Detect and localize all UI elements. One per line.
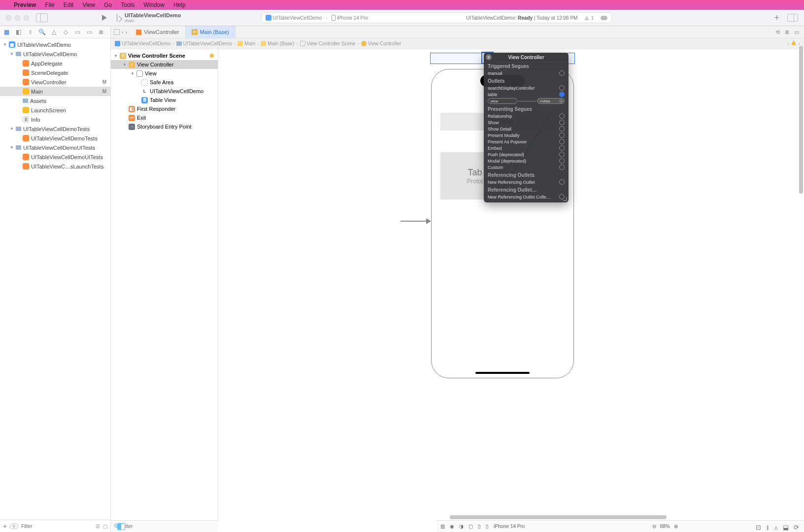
resize-grip-icon[interactable]	[563, 197, 567, 201]
outlet-port-icon[interactable]	[559, 120, 565, 125]
activity-scheme[interactable]: UITableViewCellDemo	[266, 15, 322, 21]
editor-options-icon[interactable]: ▭	[794, 29, 799, 35]
close-hud-button[interactable]: ×	[486, 54, 492, 60]
outline-viewcontroller[interactable]: ▼○ View Controller	[111, 60, 218, 69]
find-navigator-icon[interactable]: 🔍	[38, 29, 45, 35]
tree-file-tests[interactable]: UITableViewCellDemoTests	[0, 133, 110, 143]
tree-file-launchscreen[interactable]: LaunchScreen	[0, 105, 110, 115]
outline-scene[interactable]: ▼☰ View Controller Scene	[111, 51, 218, 60]
outlet-port-icon[interactable]	[559, 152, 565, 157]
outline-filter-input[interactable]	[122, 524, 215, 529]
menu-window[interactable]: Window	[143, 1, 165, 8]
related-items-icon[interactable]	[114, 29, 120, 35]
crumb[interactable]: View Controller Scene	[307, 41, 356, 46]
accessibility-icon[interactable]: ◉	[450, 524, 454, 529]
navigator-filter-input[interactable]	[21, 524, 93, 529]
menu-view[interactable]: View	[82, 1, 95, 8]
window-traffic-lights[interactable]	[6, 15, 29, 21]
menu-tools[interactable]: Tools	[121, 1, 134, 8]
canvas-horizontal-scrollbar[interactable]	[450, 515, 794, 520]
scope-filter-icon[interactable]: ▢	[103, 524, 107, 529]
zoom-window-icon[interactable]	[24, 15, 29, 21]
add-target-icon[interactable]: +	[3, 522, 7, 530]
debug-area-finder[interactable]	[111, 520, 131, 532]
tree-file-uitests2[interactable]: UITableViewC…sLaunchTests	[0, 162, 110, 171]
nav-forward-icon[interactable]: ›	[126, 29, 128, 35]
menu-edit[interactable]: Edit	[64, 1, 74, 8]
warning-icon[interactable]	[791, 40, 796, 45]
outline-safearea[interactable]: Safe Area	[111, 78, 218, 87]
tree-file-assets[interactable]: Assets	[0, 96, 110, 105]
outlet-port-icon[interactable]	[559, 70, 565, 76]
toggle-outline-icon[interactable]: ▥	[440, 524, 445, 529]
hud-row-presentmodally[interactable]: Present Modally	[484, 132, 569, 138]
nav-back-icon[interactable]: ‹	[122, 29, 124, 35]
outlet-port-icon[interactable]	[559, 158, 565, 164]
orientation-icon[interactable]: ▢	[469, 524, 473, 529]
editor-layout-icon[interactable]: ≣	[785, 29, 789, 35]
hud-row-show[interactable]: Show	[484, 119, 569, 126]
report-navigator-icon[interactable]: ≣	[98, 29, 104, 35]
tree-file-scenedelegate[interactable]: SceneDelegate	[0, 68, 110, 77]
tree-file-uitests1[interactable]: UITableViewCellDemoUITests	[0, 152, 110, 162]
outlet-port-icon[interactable]	[559, 139, 565, 144]
outlet-port-connected-icon[interactable]	[559, 92, 565, 97]
hud-row-manual[interactable]: manual	[484, 70, 569, 76]
zoom-value[interactable]: 88%	[660, 524, 670, 529]
hud-row-push[interactable]: Push (deprecated)	[484, 151, 569, 158]
menu-go[interactable]: Go	[104, 1, 112, 8]
crumb[interactable]: UITableViewCellDemo	[122, 41, 170, 46]
minimize-window-icon[interactable]	[15, 15, 20, 21]
crumb[interactable]: Main	[244, 41, 255, 46]
toggle-inspector-icon[interactable]	[787, 14, 798, 22]
activity-device[interactable]: iPhone 14 Pro	[332, 15, 368, 21]
hud-row-popover[interactable]: Present As Popover	[484, 138, 569, 145]
menu-file[interactable]: File	[45, 1, 54, 8]
hud-row-custom[interactable]: Custom	[484, 164, 569, 170]
editor-tab-viewcontroller[interactable]: ViewController	[130, 26, 185, 38]
hud-row-view[interactable]: view × View○	[484, 98, 569, 104]
tree-project-root[interactable]: ▼▦ UITableViewCellDemo	[0, 40, 110, 49]
crumb[interactable]: Main (Base)	[268, 41, 294, 46]
project-navigator-icon[interactable]: ▦	[3, 29, 10, 35]
tree-file-main[interactable]: Main M	[0, 87, 110, 96]
outlet-port-icon[interactable]: ○	[559, 99, 564, 103]
close-window-icon[interactable]	[6, 15, 11, 21]
hud-row-embed[interactable]: Embed	[484, 145, 569, 151]
toggle-navigator-icon[interactable]	[36, 13, 48, 22]
editor-tab-main[interactable]: ✦ Main (Base)	[186, 26, 235, 38]
hud-row-showdetail[interactable]: Show Detail	[484, 126, 569, 132]
storyboard-entry-arrow-icon[interactable]	[401, 221, 430, 222]
outline-exit[interactable]: ↩ Exit	[111, 113, 218, 122]
zoom-out-icon[interactable]: ⊖	[652, 524, 656, 529]
outlet-port-icon[interactable]	[559, 133, 565, 138]
outlet-port-icon[interactable]	[559, 126, 565, 132]
scm-filter-icon[interactable]: ☰	[96, 524, 100, 529]
editor-refresh-icon[interactable]: ⟲	[775, 29, 780, 35]
jump-bar[interactable]: UITableViewCellDemo› UITableViewCellDemo…	[111, 38, 804, 49]
outlet-port-icon[interactable]	[559, 179, 565, 185]
hud-row-modal[interactable]: Modal (deprecated)	[484, 158, 569, 164]
tree-group-app[interactable]: ▼ UITableViewCellDemo	[0, 49, 110, 59]
outline-entry-point[interactable]: → Storyboard Entry Point	[111, 122, 218, 131]
resolve-tool-icon[interactable]: ▵	[774, 524, 778, 531]
appearance-icon[interactable]: ◑	[459, 524, 464, 529]
tree-group-tests[interactable]: ▼ UITableViewCellDemoTests	[0, 124, 110, 133]
test-navigator-icon[interactable]: ◇	[62, 29, 69, 35]
pin-tool-icon[interactable]: ⫿	[766, 524, 770, 531]
device-icon[interactable]: ▯	[486, 524, 489, 529]
crumb[interactable]: UITableViewCellDemo	[183, 41, 232, 46]
zoom-in-icon[interactable]: ⊕	[674, 524, 678, 529]
scheme-selector[interactable]: UITableViewCellDemo main	[116, 12, 181, 23]
crumb[interactable]: View Controller	[368, 41, 402, 46]
outlet-port-icon[interactable]	[559, 165, 565, 170]
run-button-icon[interactable]	[102, 15, 107, 21]
align-tool-icon[interactable]: ⊡	[756, 524, 761, 531]
hud-row-relationship[interactable]: Relationship	[484, 113, 569, 119]
hud-row-searchdisplay[interactable]: searchDisplayController	[484, 85, 569, 91]
source-control-navigator-icon[interactable]: ◧	[15, 29, 22, 35]
issues-button[interactable]: 1	[584, 15, 594, 21]
layout-icon[interactable]: ▯	[478, 524, 481, 529]
tree-group-uitests[interactable]: ▼ UITableViewCellDemoUITests	[0, 143, 110, 152]
cloud-status-icon[interactable]	[601, 16, 607, 20]
